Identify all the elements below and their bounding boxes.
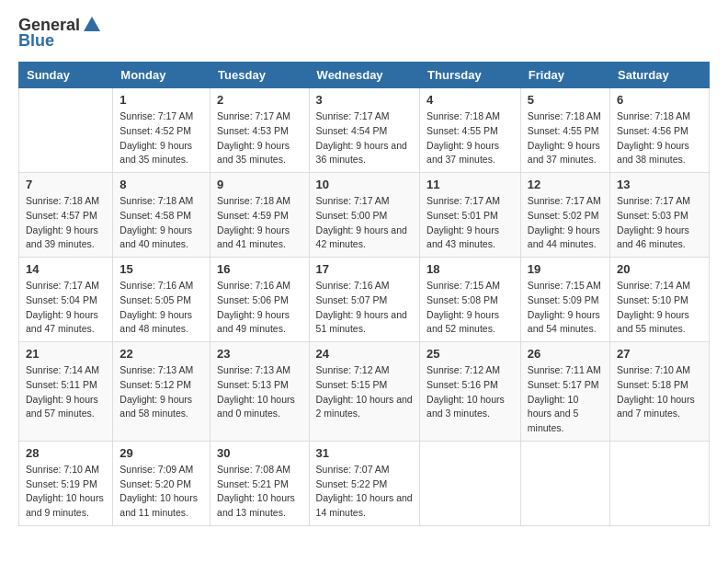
day-number: 15 [119, 262, 203, 276]
day-cell: 31 Sunrise: 7:07 AMSunset: 5:22 PMDaylig… [309, 441, 420, 525]
svg-marker-0 [84, 17, 100, 31]
day-number: 16 [217, 262, 302, 276]
day-number: 8 [119, 178, 203, 191]
day-info: Sunrise: 7:18 AMSunset: 4:55 PMDaylight:… [427, 109, 514, 167]
day-info: Sunrise: 7:15 AMSunset: 5:08 PMDaylight:… [427, 279, 514, 337]
day-info: Sunrise: 7:18 AMSunset: 4:58 PMDaylight:… [119, 194, 203, 252]
day-info: Sunrise: 7:07 AMSunset: 5:22 PMDaylight:… [316, 463, 414, 521]
day-info: Sunrise: 7:17 AMSunset: 4:54 PMDaylight:… [316, 109, 414, 167]
day-info: Sunrise: 7:18 AMSunset: 4:55 PMDaylight:… [528, 109, 603, 167]
header-row: SundayMondayTuesdayWednesdayThursdayFrid… [19, 63, 710, 88]
day-number: 17 [316, 262, 414, 276]
day-info: Sunrise: 7:08 AMSunset: 5:21 PMDaylight:… [217, 463, 302, 521]
day-info: Sunrise: 7:16 AMSunset: 5:07 PMDaylight:… [316, 279, 414, 337]
column-header-wednesday: Wednesday [309, 63, 420, 88]
day-info: Sunrise: 7:17 AMSunset: 4:53 PMDaylight:… [217, 109, 302, 167]
day-info: Sunrise: 7:12 AMSunset: 5:15 PMDaylight:… [316, 363, 414, 421]
day-cell: 6 Sunrise: 7:18 AMSunset: 4:56 PMDayligh… [610, 88, 710, 173]
day-number: 29 [119, 446, 203, 460]
day-cell: 18 Sunrise: 7:15 AMSunset: 5:08 PMDaylig… [420, 258, 521, 342]
day-cell: 16 Sunrise: 7:16 AMSunset: 5:06 PMDaylig… [210, 258, 310, 342]
day-cell: 5 Sunrise: 7:18 AMSunset: 4:55 PMDayligh… [520, 88, 609, 173]
day-info: Sunrise: 7:09 AMSunset: 5:20 PMDaylight:… [119, 463, 203, 521]
day-number: 20 [617, 262, 702, 276]
day-cell: 10 Sunrise: 7:17 AMSunset: 5:00 PMDaylig… [309, 173, 420, 258]
day-info: Sunrise: 7:10 AMSunset: 5:18 PMDaylight:… [617, 363, 702, 421]
day-cell: 14 Sunrise: 7:17 AMSunset: 5:04 PMDaylig… [19, 258, 113, 342]
day-cell: 28 Sunrise: 7:10 AMSunset: 5:19 PMDaylig… [19, 441, 113, 525]
day-info: Sunrise: 7:17 AMSunset: 5:03 PMDaylight:… [617, 194, 702, 252]
day-cell: 4 Sunrise: 7:18 AMSunset: 4:55 PMDayligh… [420, 88, 521, 173]
day-info: Sunrise: 7:11 AMSunset: 5:17 PMDaylight:… [528, 363, 603, 436]
column-header-monday: Monday [113, 63, 210, 88]
day-info: Sunrise: 7:17 AMSunset: 5:04 PMDaylight:… [26, 279, 106, 337]
day-info: Sunrise: 7:16 AMSunset: 5:06 PMDaylight:… [217, 279, 302, 337]
day-cell: 29 Sunrise: 7:09 AMSunset: 5:20 PMDaylig… [113, 441, 210, 525]
day-cell: 27 Sunrise: 7:10 AMSunset: 5:18 PMDaylig… [610, 342, 710, 442]
day-number: 19 [528, 262, 603, 276]
day-cell: 30 Sunrise: 7:08 AMSunset: 5:21 PMDaylig… [210, 441, 310, 525]
day-cell [420, 441, 521, 525]
column-header-tuesday: Tuesday [210, 63, 310, 88]
day-cell: 20 Sunrise: 7:14 AMSunset: 5:10 PMDaylig… [610, 258, 710, 342]
week-row-2: 7 Sunrise: 7:18 AMSunset: 4:57 PMDayligh… [19, 173, 710, 258]
logo-icon [82, 15, 102, 35]
day-cell: 12 Sunrise: 7:17 AMSunset: 5:02 PMDaylig… [520, 173, 609, 258]
day-number: 12 [528, 178, 603, 191]
week-row-5: 28 Sunrise: 7:10 AMSunset: 5:19 PMDaylig… [19, 441, 710, 525]
day-cell [520, 441, 609, 525]
logo: General Blue [18, 15, 102, 51]
week-row-4: 21 Sunrise: 7:14 AMSunset: 5:11 PMDaylig… [19, 342, 710, 442]
column-header-friday: Friday [520, 63, 609, 88]
day-info: Sunrise: 7:13 AMSunset: 5:12 PMDaylight:… [119, 363, 203, 421]
day-info: Sunrise: 7:12 AMSunset: 5:16 PMDaylight:… [427, 363, 514, 421]
day-cell: 25 Sunrise: 7:12 AMSunset: 5:16 PMDaylig… [420, 342, 521, 442]
day-cell: 23 Sunrise: 7:13 AMSunset: 5:13 PMDaylig… [210, 342, 310, 442]
day-cell: 8 Sunrise: 7:18 AMSunset: 4:58 PMDayligh… [113, 173, 210, 258]
page-header: General Blue [18, 15, 710, 51]
day-number: 25 [427, 347, 514, 361]
day-cell: 3 Sunrise: 7:17 AMSunset: 4:54 PMDayligh… [309, 88, 420, 173]
day-number: 18 [427, 262, 514, 276]
day-cell: 26 Sunrise: 7:11 AMSunset: 5:17 PMDaylig… [520, 342, 609, 442]
day-info: Sunrise: 7:13 AMSunset: 5:13 PMDaylight:… [217, 363, 302, 421]
day-number: 11 [427, 178, 514, 191]
day-number: 13 [617, 178, 702, 191]
day-number: 28 [26, 446, 106, 460]
day-number: 31 [316, 446, 414, 460]
day-number: 14 [26, 262, 106, 276]
day-info: Sunrise: 7:15 AMSunset: 5:09 PMDaylight:… [528, 279, 603, 337]
day-info: Sunrise: 7:10 AMSunset: 5:19 PMDaylight:… [26, 463, 106, 521]
day-info: Sunrise: 7:14 AMSunset: 5:10 PMDaylight:… [617, 279, 702, 337]
day-number: 5 [528, 93, 603, 107]
day-info: Sunrise: 7:17 AMSunset: 5:00 PMDaylight:… [316, 194, 414, 252]
day-cell: 21 Sunrise: 7:14 AMSunset: 5:11 PMDaylig… [19, 342, 113, 442]
day-number: 3 [316, 93, 414, 107]
day-number: 10 [316, 178, 414, 191]
day-cell: 7 Sunrise: 7:18 AMSunset: 4:57 PMDayligh… [19, 173, 113, 258]
week-row-3: 14 Sunrise: 7:17 AMSunset: 5:04 PMDaylig… [19, 258, 710, 342]
day-cell [610, 441, 710, 525]
day-cell: 19 Sunrise: 7:15 AMSunset: 5:09 PMDaylig… [520, 258, 609, 342]
day-cell: 2 Sunrise: 7:17 AMSunset: 4:53 PMDayligh… [210, 88, 310, 173]
day-number: 7 [26, 178, 106, 191]
day-number: 21 [26, 347, 106, 361]
day-number: 24 [316, 347, 414, 361]
day-info: Sunrise: 7:18 AMSunset: 4:57 PMDaylight:… [26, 194, 106, 252]
logo-blue: Blue [18, 31, 54, 51]
day-cell: 13 Sunrise: 7:17 AMSunset: 5:03 PMDaylig… [610, 173, 710, 258]
day-number: 9 [217, 178, 302, 191]
day-number: 26 [528, 347, 603, 361]
day-info: Sunrise: 7:16 AMSunset: 5:05 PMDaylight:… [119, 279, 203, 337]
column-header-sunday: Sunday [19, 63, 113, 88]
day-number: 27 [617, 347, 702, 361]
day-number: 1 [119, 93, 203, 107]
day-cell: 17 Sunrise: 7:16 AMSunset: 5:07 PMDaylig… [309, 258, 420, 342]
day-cell: 24 Sunrise: 7:12 AMSunset: 5:15 PMDaylig… [309, 342, 420, 442]
day-info: Sunrise: 7:17 AMSunset: 5:01 PMDaylight:… [427, 194, 514, 252]
day-info: Sunrise: 7:17 AMSunset: 4:52 PMDaylight:… [119, 109, 203, 167]
calendar-table: SundayMondayTuesdayWednesdayThursdayFrid… [18, 62, 710, 526]
day-cell: 11 Sunrise: 7:17 AMSunset: 5:01 PMDaylig… [420, 173, 521, 258]
day-info: Sunrise: 7:17 AMSunset: 5:02 PMDaylight:… [528, 194, 603, 252]
day-cell: 9 Sunrise: 7:18 AMSunset: 4:59 PMDayligh… [210, 173, 310, 258]
